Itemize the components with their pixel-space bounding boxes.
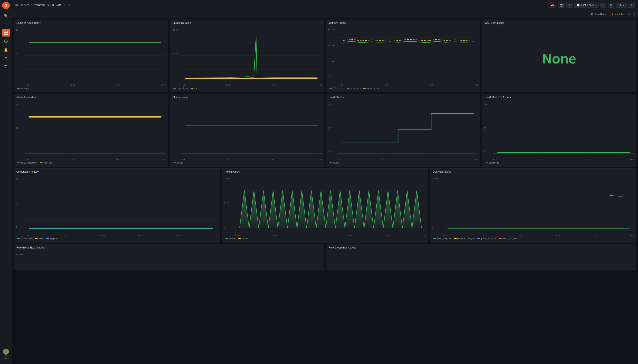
legend-color-failures bbox=[238, 238, 241, 239]
sidebar-item-search[interactable]: 🔍 bbox=[2, 12, 10, 20]
legend-scrape: prometheus yun bbox=[172, 86, 322, 90]
panel-samples-appended: Samples Appended ▾ 50250 bbox=[14, 20, 168, 92]
refresh-rate-picker[interactable]: 1m ▾ bbox=[616, 2, 626, 8]
panel-reload-count: Reload Count 0.02000.01000 bbox=[222, 168, 428, 242]
panel-title-compaction: Compaction Activity bbox=[14, 168, 220, 174]
dashboard-settings-button[interactable]: ⚙ bbox=[566, 2, 572, 8]
legend-color-reloads bbox=[226, 238, 228, 239]
sidebar-item-admin[interactable]: 🛡 bbox=[2, 63, 10, 70]
zoom-out-button[interactable]: ⊖ bbox=[600, 2, 606, 8]
grafana-docs-button[interactable]: ℹ Grafana Docs bbox=[587, 12, 608, 16]
legend-samples: samples bbox=[16, 86, 166, 90]
time-range-picker[interactable]: 🕐 Last 1 hour ▾ bbox=[574, 2, 599, 8]
legend-color-samples bbox=[17, 88, 20, 88]
panel-title-query-durations: Query Durations bbox=[430, 168, 636, 174]
visualization-button[interactable] bbox=[549, 2, 556, 8]
legend-gc: collections bbox=[484, 161, 634, 165]
legend-blocks: blocks bbox=[172, 161, 322, 165]
x-axis-reload: 21:4021:5022:0022:1022:2022:30 bbox=[224, 234, 427, 236]
x-axis-memory: 21:4522:0022:1522:30 bbox=[328, 84, 478, 86]
topbar-left: ⊞ General / Prometheus 2.0 Stats ☆ ⬡ bbox=[15, 4, 547, 7]
chart-samples-appended bbox=[25, 27, 166, 84]
refresh-button[interactable]: ↻ bbox=[608, 2, 614, 8]
panel-head-chunks: Head Chunks 3 K2 K1 K bbox=[326, 94, 480, 166]
panel-body-gc: 100500 21:4522:0022:1522:30 bbox=[482, 100, 636, 166]
panel-body-rule-eval-activity bbox=[326, 250, 636, 270]
snapshot-button[interactable]: 📷 bbox=[558, 2, 565, 8]
legend-color-resident bbox=[329, 88, 332, 88]
svg-rect-2 bbox=[4, 31, 6, 32]
main-content: ⊞ General / Prometheus 2.0 Stats ☆ ⬡ 📷 ⚙… bbox=[12, 0, 638, 364]
prometheus-docs-button[interactable]: ℹ Prometheus Docs bbox=[610, 12, 634, 16]
legend-color-triggered bbox=[46, 238, 49, 239]
sidebar-item-add[interactable]: + bbox=[2, 20, 10, 28]
legend-compaction: compactions failed triggered bbox=[16, 236, 218, 240]
y-axis-reload: 0.02000.01000 bbox=[224, 178, 233, 228]
panel-body-blocks: 6420 21:4522:0022:1522 bbox=[170, 100, 324, 166]
info-icon: ℹ bbox=[589, 12, 590, 15]
svg-rect-9 bbox=[553, 5, 554, 6]
star-button[interactable]: ☆ bbox=[63, 4, 66, 7]
y-axis-scrape: 400 ms200 ms0 s bbox=[172, 29, 180, 78]
panel-title-rule-eval-duration: Rule Group Eval Duration bbox=[14, 244, 324, 250]
panel-title-head-chunks: Head Chunks bbox=[326, 94, 480, 100]
panel-title-rule-eval-activity: Rule Group Eval Activity bbox=[326, 244, 636, 250]
breadcrumb-home[interactable]: General bbox=[20, 4, 30, 7]
sidebar-item-dashboards[interactable] bbox=[2, 29, 10, 36]
grafana-logo[interactable]: G bbox=[2, 2, 10, 9]
panel-title-reload: Reload Count bbox=[222, 168, 428, 174]
svg-rect-8 bbox=[552, 4, 553, 6]
topbar-right: 📷 ⚙ 🕐 Last 1 hour ▾ ⊖ ↻ 1m ▾ 🖥 bbox=[549, 2, 634, 8]
wal-stat-value: None bbox=[542, 27, 576, 90]
y-axis-samples: 50250 bbox=[16, 29, 25, 78]
legend-color-inner-eval bbox=[434, 238, 436, 239]
tv-mode-button[interactable]: 🖥 bbox=[628, 2, 634, 8]
y-axis-gc: 100500 bbox=[484, 103, 493, 152]
legend-query: inner_eval_p99 prepare_time_p99 queue_ti… bbox=[432, 236, 634, 240]
x-axis-query: 21:4021:5022:0022:1022:2022:30 bbox=[432, 234, 634, 236]
legend-color-chunks bbox=[329, 162, 332, 163]
x-axis-head-chunks: 21:4522:0022:1522:30 bbox=[328, 159, 478, 161]
svg-rect-5 bbox=[6, 33, 8, 34]
panel-title-blocks: Blocks Loaded bbox=[170, 94, 324, 100]
info-icon2: ℹ bbox=[612, 12, 613, 15]
sidebar-item-help[interactable]: ? bbox=[3, 356, 9, 362]
panel-body-head-chunks: 3 K2 K1 K 21:4522:0022:1522:30 bbox=[326, 100, 480, 166]
panel-active-appenders: Active Appenders 2001000 bbox=[14, 94, 168, 166]
sidebar-item-explore[interactable] bbox=[2, 38, 10, 45]
panel-row-1: Samples Appended ▾ 50250 bbox=[14, 20, 636, 92]
panel-body-wal: None bbox=[482, 26, 636, 92]
time-range-label: Last 1 hour bbox=[581, 4, 594, 6]
x-axis-samples: 21:4522:0022:1522:30 bbox=[16, 84, 166, 86]
y-axis-appenders: 2001000 bbox=[16, 103, 25, 152]
panel-body-compaction: 100500 bbox=[14, 174, 220, 242]
user-avatar[interactable] bbox=[3, 349, 9, 355]
legend-color-open-fds bbox=[40, 162, 43, 163]
x-axis-gc: 21:4522:0022:1522:30 bbox=[484, 159, 634, 161]
sidebar-item-settings[interactable]: ⚙ bbox=[2, 54, 10, 62]
x-axis-blocks: 21:4522:0022:1522:30 bbox=[172, 159, 322, 161]
topbar: ⊞ General / Prometheus 2.0 Stats ☆ ⬡ 📷 ⚙… bbox=[12, 0, 638, 10]
legend-appenders: active_appenders open_fds bbox=[16, 161, 166, 165]
svg-rect-4 bbox=[4, 33, 6, 34]
dropdown-icon[interactable]: ▾ bbox=[39, 22, 41, 24]
sidebar: G 🔍 + 🔔 ⚙ 🛡 ? bbox=[0, 0, 12, 364]
sidebar-item-alerts[interactable]: 🔔 bbox=[2, 46, 10, 54]
legend-color-failed bbox=[35, 238, 38, 239]
legend-color-prometheus bbox=[173, 88, 176, 88]
panel-rule-group-eval-duration: Rule Group Eval Duration 1.67 min bbox=[14, 244, 324, 270]
breadcrumb: General / Prometheus 2.0 Stats bbox=[20, 4, 61, 7]
prometheus-docs-label: Prometheus Docs bbox=[614, 13, 632, 15]
panel-body-scrape-duration: 400 ms200 ms0 s bbox=[170, 26, 324, 92]
panel-title-active-appenders: Active Appenders bbox=[14, 94, 168, 100]
chart-active-appenders bbox=[25, 102, 166, 158]
y-axis-memory: 57.2 MiB38.1 MiB19.1 MiB0 B bbox=[328, 29, 337, 78]
x-axis-compaction: 21:4021:5022:0022:1022:2022:30 bbox=[16, 234, 218, 236]
panel-title-memory: Memory Profile bbox=[326, 20, 480, 26]
chart-head-block-gc bbox=[493, 102, 634, 158]
share-button[interactable]: ⬡ bbox=[67, 4, 70, 7]
chart-reload-count bbox=[235, 176, 427, 234]
panel-blocks-loaded: Blocks Loaded 6420 bbox=[170, 94, 324, 166]
breadcrumb-page: Prometheus 2.0 Stats bbox=[33, 4, 62, 7]
time-range-chevron: ▾ bbox=[595, 4, 596, 6]
